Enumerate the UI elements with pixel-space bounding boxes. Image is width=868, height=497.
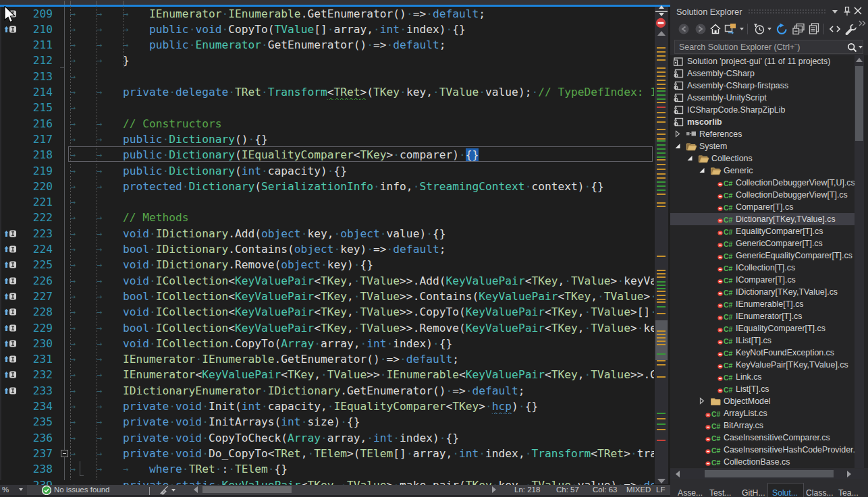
code-line[interactable]: →→private·void·Do_CopyTo<TRet,·TElem>(TE… [70,446,654,461]
implements-gutter-icon[interactable] [2,339,17,348]
collapse-expander-icon[interactable] [699,167,705,174]
code-line[interactable]: →→void·ICollection<KeyValuePair<TKey,·TV… [70,304,654,320]
health-check-icon[interactable] [42,486,51,495]
view-code-icon[interactable] [828,23,840,35]
tree-item[interactable]: C#CaseInsensitiveHashCodeProvider.cs [670,444,855,456]
tree-item[interactable]: Assembly-CSharp [670,67,855,80]
health-status-label[interactable]: No issues found [54,486,109,494]
tool-window-tab[interactable]: Test... [709,486,732,497]
code-editor[interactable]: 2092102112122132142152162172182192202212… [0,0,670,497]
implements-gutter-icon[interactable] [2,245,17,254]
forward-icon[interactable] [695,23,707,35]
scrollbar-thumb[interactable] [705,470,834,477]
scrollbar-thumb[interactable] [855,66,863,141]
tree-item[interactable]: ICSharpCode.SharpZipLib [670,104,855,116]
toolbar-overflow-icon[interactable] [858,20,867,26]
pending-filter-dropdown-icon[interactable] [767,28,771,30]
code-line[interactable]: →→public·Dictionary(IEqualityComparer<TK… [70,147,654,163]
code-line[interactable]: → [70,69,654,84]
tree-item[interactable]: C#IEnumerable[T].cs [670,298,855,310]
tree-item[interactable]: Collections [670,152,855,165]
editor-horizontal-scrollbar[interactable] [200,486,489,494]
tree-item[interactable]: C#GenericComparer[T].cs [670,237,855,250]
code-line[interactable]: →→private·void·CopyToCheck(Array·array,·… [70,430,654,446]
tree-item[interactable]: C#CollectionBase.cs [670,456,855,468]
close-icon[interactable] [854,7,862,15]
search-icon[interactable] [847,42,857,53]
implements-gutter-icon[interactable] [2,260,17,269]
tree-item[interactable]: mscorlib [670,116,855,128]
tree-item[interactable]: C#KeyValuePair[TKey,TValue].cs [670,359,855,371]
tree-vertical-scrollbar[interactable] [855,55,864,468]
tree-horizontal-scrollbar[interactable] [670,469,864,479]
code-line[interactable]: →→private·void·Init(int·capacity,·IEqual… [70,399,654,414]
back-icon[interactable] [678,23,690,35]
zoom-dropdown-icon[interactable] [19,488,23,491]
scroll-down-arrow-icon[interactable] [657,477,666,484]
tree-item[interactable]: C#IComparer[T].cs [670,274,855,286]
document-health-error-icon[interactable] [655,18,668,30]
refresh-icon[interactable] [776,23,788,35]
tree-item[interactable]: C#IList[T].cs [670,334,855,347]
zoom-control[interactable]: % [0,485,27,495]
code-line[interactable]: →→void·IDictionary.Remove(object·key)·{} [70,257,654,272]
tool-window-tab[interactable]: Tea... [838,486,859,497]
char-indicator[interactable]: Ch: 57 [556,486,579,494]
tree-item[interactable]: C#EqualityComparer[T].cs [670,225,855,237]
tree-item[interactable]: C#IEnumerator[T].cs [670,310,855,322]
implements-gutter-icon[interactable] [2,276,17,285]
tool-window-tab[interactable]: GitH... [742,486,765,497]
tree-item[interactable]: C#Comparer[T].cs [670,201,855,213]
encoding-indicator[interactable]: MIXED [626,486,651,494]
tree-item[interactable]: References [670,128,855,140]
code-line[interactable]: →→→IEnumerator·IEnumerable.GetEnumerator… [70,6,654,22]
code-cleanup-dropdown-icon[interactable] [171,489,175,492]
implements-gutter-icon[interactable] [2,370,17,379]
expand-expander-icon[interactable] [699,397,705,405]
scrollbar-thumb[interactable] [202,486,292,493]
tree-item[interactable]: C#BitArray.cs [670,419,855,432]
code-line[interactable]: →→public·Dictionary(int·capacity)·{} [70,163,654,179]
tool-window-tab[interactable]: Solut... [772,486,798,497]
switch-views-icon[interactable] [724,23,736,35]
switch-views-dropdown-icon[interactable] [740,28,744,30]
window-position-dropdown-icon[interactable] [832,10,838,13]
code-line[interactable]: →→// Constructors [70,116,654,131]
expand-expander-icon[interactable] [674,130,681,138]
tree-item[interactable]: System [670,140,855,152]
code-line[interactable]: →→IEnumerator<KeyValuePair<TKey,·TValue>… [70,367,654,382]
tool-window-tab[interactable]: Asse... [678,486,703,497]
implements-gutter-icon[interactable] [2,229,17,238]
code-line[interactable]: → [70,100,654,115]
eol-indicator[interactable]: LF [656,486,665,494]
tree-item[interactable]: C#ICollection[T].cs [670,262,855,274]
tree-item[interactable]: C#CaseInsensitiveComparer.cs [670,432,855,444]
code-line[interactable]: →→void·ICollection<KeyValuePair<TKey,·TV… [70,273,654,289]
tool-window-tab[interactable]: Class... [806,486,834,497]
hscroll-right-arrow[interactable] [492,486,496,493]
implements-gutter-icon[interactable] [2,308,17,316]
code-line[interactable]: →→void·IDictionary.Add(object·key,·objec… [70,226,654,241]
tree-item[interactable]: C#CollectionDebuggerView[T].cs [670,189,855,201]
tree-item[interactable]: Assembly-CSharp-firstpass [670,80,855,92]
tree-item[interactable]: C#GenericEqualityComparer[T].cs [670,250,855,262]
code-line[interactable]: →→IDictionaryEnumerator·IDictionary.GetE… [70,383,654,399]
code-line[interactable]: →→protected·Dictionary(SerializationInfo… [70,179,654,194]
fold-collapse-box[interactable] [61,450,68,457]
collapse-all-icon[interactable] [792,23,805,35]
line-indicator[interactable]: Ln: 218 [514,486,540,494]
code-line[interactable]: →→} [70,53,654,68]
code-cleanup-broom-icon[interactable] [159,486,169,495]
code-line[interactable]: →→→public·Enumerator·GetEnumerator()·=>·… [70,37,654,53]
panel-drag-grip[interactable] [748,9,825,15]
code-line[interactable]: →→bool·ICollection<KeyValuePair<TKey,·TV… [70,320,654,336]
code-line[interactable]: →→public·Dictionary()·{} [70,131,654,147]
implements-gutter-icon[interactable] [2,386,17,395]
hscroll-left-arrow[interactable] [194,486,198,493]
tree-item[interactable]: Solution 'project-gui' (11 of 11 project… [670,55,855,67]
search-box[interactable]: Search Solution Explorer (Ctrl+¨) [674,40,863,54]
collapse-expander-icon[interactable] [686,154,693,162]
tree-item[interactable]: C#Link.cs [670,371,855,383]
tree-item[interactable]: C#ArrayList.cs [670,407,855,419]
tree-item[interactable]: C#List[T].cs [670,383,855,395]
